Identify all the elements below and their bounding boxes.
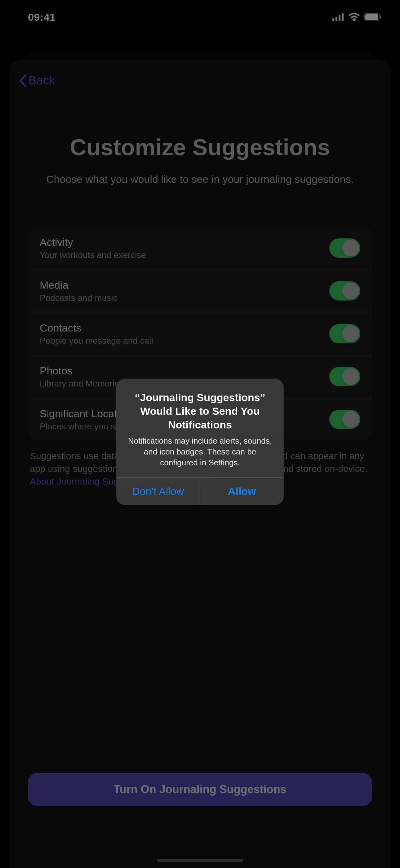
alert-title: “Journaling Suggestions” Would Like to S… <box>126 391 274 432</box>
alert-buttons: Don't Allow Allow <box>116 477 284 505</box>
dont-allow-button[interactable]: Don't Allow <box>116 478 200 505</box>
allow-button[interactable]: Allow <box>200 478 284 505</box>
notification-alert: “Journaling Suggestions” Would Like to S… <box>116 379 284 505</box>
alert-body: “Journaling Suggestions” Would Like to S… <box>116 379 284 477</box>
alert-message: Notifications may include alerts, sounds… <box>126 436 274 468</box>
